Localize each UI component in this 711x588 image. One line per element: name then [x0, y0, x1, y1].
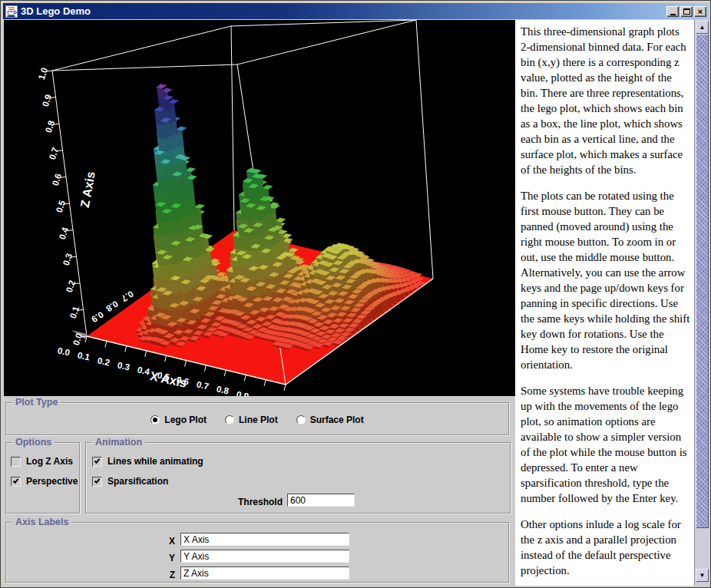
- radio-line-plot[interactable]: Line Plot: [225, 415, 278, 425]
- description-paragraph: This three-dimensional graph plots 2-dim…: [521, 24, 690, 177]
- radio-surface-plot-label: Surface Plot: [310, 415, 364, 425]
- checkbox-lines-while-animating[interactable]: Lines while animating: [92, 456, 203, 467]
- checkbox-log-z-axis-label: Log Z Axis: [26, 456, 73, 467]
- description-paragraph: Other options inlude a log scale for the…: [521, 517, 690, 578]
- description-paragraph: Some systems have trouble keeping up wit…: [521, 383, 690, 506]
- application-window: 3D Lego Demo × 0.00.10.20.30.40.50.60.70…: [0, 0, 711, 588]
- plot-type-panel-title: Plot Type: [12, 397, 61, 408]
- description-paragraph: The plots can be rotated using the first…: [521, 188, 690, 372]
- radio-button-icon: [225, 415, 234, 424]
- scroll-down-icon: ▼: [699, 573, 706, 579]
- scroll-up-icon: ▲: [699, 25, 706, 31]
- animation-panel: Animation Lines while animating Sparsifi…: [85, 442, 511, 514]
- x-axis-label-input[interactable]: [180, 533, 349, 546]
- radio-lego-plot-label: Lego Plot: [164, 415, 207, 425]
- checkbox-sparsification-label: Sparsification: [107, 476, 168, 487]
- y-axis-label-input[interactable]: [180, 550, 349, 563]
- checkbox-icon: [92, 457, 102, 467]
- threshold-input[interactable]: [287, 494, 355, 507]
- options-panel-title: Options: [12, 437, 55, 448]
- java-app-icon: [5, 5, 18, 18]
- scroll-down-button[interactable]: ▼: [696, 569, 709, 582]
- plot-type-panel: Plot Type Lego Plot Line Plot Surface Pl…: [5, 402, 509, 435]
- checkbox-sparsification[interactable]: Sparsification: [92, 476, 168, 487]
- animation-panel-title: Animation: [92, 437, 145, 448]
- description-panel: This three-dimensional graph plots 2-dim…: [515, 20, 694, 586]
- radio-button-icon: [150, 415, 160, 424]
- checkbox-perspective[interactable]: Perspective: [11, 476, 78, 487]
- checkbox-icon: [92, 477, 102, 487]
- maximize-icon: [683, 8, 690, 15]
- z-axis-field-label: Z: [144, 570, 175, 580]
- checkbox-icon: [11, 457, 21, 467]
- threshold-label: Threshold: [201, 497, 283, 507]
- maximize-button[interactable]: [680, 6, 693, 17]
- y-axis-field-label: Y: [144, 553, 175, 563]
- radio-surface-plot[interactable]: Surface Plot: [296, 415, 364, 425]
- radio-line-plot-label: Line Plot: [239, 415, 278, 425]
- scroll-up-button[interactable]: ▲: [696, 21, 709, 34]
- lego-plot-canvas[interactable]: 0.00.10.20.30.40.50.60.70.80.91.00.00.10…: [4, 20, 515, 396]
- titlebar[interactable]: 3D Lego Demo ×: [3, 3, 709, 19]
- checkbox-icon: [11, 477, 21, 487]
- close-icon: ×: [698, 8, 703, 15]
- options-panel: Options Log Z Axis Perspective: [5, 442, 80, 514]
- close-button[interactable]: ×: [694, 6, 706, 17]
- checkbox-log-z-axis[interactable]: Log Z Axis: [11, 456, 73, 467]
- minimize-icon: [670, 14, 676, 15]
- radio-button-icon: [296, 415, 306, 424]
- scrollbar-thumb[interactable]: [696, 34, 709, 528]
- checkbox-perspective-label: Perspective: [26, 476, 78, 487]
- radio-lego-plot[interactable]: Lego Plot: [150, 415, 207, 425]
- vertical-scrollbar[interactable]: ▲ ▼: [694, 20, 709, 586]
- axis-labels-panel: Axis Labels X Y Z: [5, 522, 509, 583]
- checkbox-lines-while-animating-label: Lines while animating: [107, 456, 203, 467]
- z-axis-label-input[interactable]: [180, 567, 349, 580]
- minimize-button[interactable]: [666, 6, 679, 17]
- x-axis-field-label: X: [144, 536, 175, 547]
- control-panel-area: Plot Type Lego Plot Line Plot Surface Pl…: [4, 396, 515, 586]
- axis-labels-panel-title: Axis Labels: [12, 517, 71, 527]
- window-title: 3D Lego Demo: [21, 5, 91, 17]
- window-content: 0.00.10.20.30.40.50.60.70.80.91.00.00.10…: [4, 20, 709, 586]
